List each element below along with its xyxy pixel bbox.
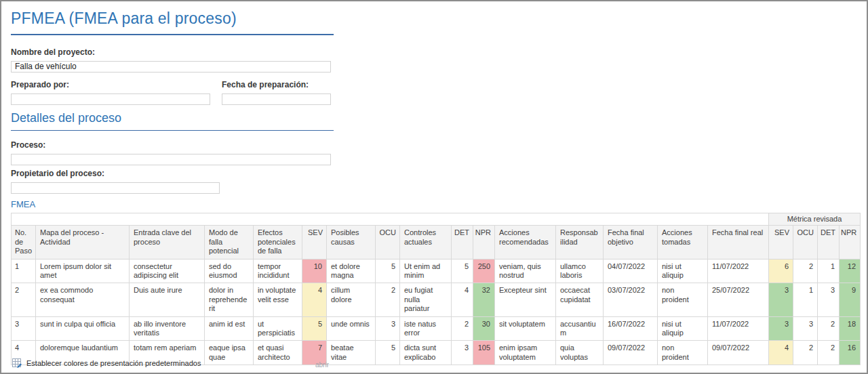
cell-det2[interactable]: 2 — [818, 341, 840, 365]
process-owner-input[interactable] — [11, 182, 220, 194]
cell-actions-taken[interactable]: non proident — [658, 283, 708, 316]
cell-real-date[interactable]: 11/07/2022 — [708, 259, 769, 283]
prepared-by-input[interactable] — [11, 94, 210, 105]
cell-no[interactable]: 3 — [12, 316, 36, 341]
cell-effects[interactable]: in voluptate velit esse — [254, 283, 302, 316]
cell-responsible[interactable]: ullamco laboris — [556, 259, 604, 283]
cell-responsible[interactable]: accusantium — [556, 316, 604, 341]
cell-ocu2[interactable]: 2 — [793, 341, 818, 365]
cell-target-date[interactable]: 09/07/2022 — [604, 341, 658, 365]
col-header-actual-date: Fecha final real — [708, 226, 769, 259]
cell-effects[interactable]: tempor incididunt — [254, 259, 302, 283]
cell-sev2[interactable]: 3 — [769, 316, 793, 341]
col-header-activity: Mapa del proceso - Actividad — [36, 226, 130, 259]
cell-activity[interactable]: ex ea commodo consequat — [36, 283, 130, 316]
cell-failure-mode[interactable]: sed do eiusmod — [205, 259, 254, 283]
table-edit-icon — [12, 358, 22, 368]
cell-causes[interactable]: cillum dolore — [327, 283, 376, 316]
process-input[interactable] — [11, 154, 331, 165]
cell-sev[interactable]: 5 — [302, 316, 327, 341]
col-header-sev: SEV — [302, 226, 327, 259]
cell-npr2[interactable]: 16 — [840, 341, 861, 365]
cell-failure-mode[interactable]: dolor in reprehenderit — [205, 283, 254, 316]
cell-npr[interactable]: 30 — [473, 316, 495, 341]
col-header-npr: NPR — [473, 226, 495, 259]
col-header-det: DET — [452, 226, 473, 259]
cell-key-input[interactable]: consectetur adipiscing elit — [130, 259, 205, 283]
cell-target-date[interactable]: 16/07/2022 — [604, 316, 658, 341]
cell-actions-taken[interactable]: nisi ut aliquip — [658, 316, 708, 341]
cell-responsible[interactable]: occaecat cupidatat — [556, 283, 604, 316]
cell-sev2[interactable]: 3 — [769, 283, 793, 316]
project-name-input[interactable] — [11, 61, 331, 72]
cell-failure-mode[interactable]: eaque ipsa quae — [205, 341, 254, 365]
cell-sev[interactable]: 10 — [302, 259, 327, 283]
cell-actions[interactable]: sit voluptatem — [495, 316, 556, 341]
cell-failure-mode[interactable]: anim id est — [205, 316, 254, 341]
col-header-step-no: No. de Paso — [12, 226, 36, 259]
cell-ocu[interactable]: 5 — [376, 259, 400, 283]
fmea-table: Métrica revisada No. de Paso Mapa del pr… — [11, 213, 861, 365]
open-link[interactable]: abrir — [315, 361, 329, 369]
cell-ocu2[interactable]: 1 — [793, 283, 818, 316]
cell-det[interactable]: 2 — [452, 316, 473, 341]
group-header-row: Métrica revisada — [12, 213, 861, 226]
cell-det2[interactable]: 3 — [818, 283, 840, 316]
cell-activity[interactable]: Lorem ipsum dolor sit amet — [36, 259, 130, 283]
cell-key-input[interactable]: ab illo inventore veritatis — [130, 316, 205, 341]
cell-key-input[interactable]: Duis aute irure — [130, 283, 205, 316]
col-header-recommended-actions: Acciones recomendadas — [495, 226, 556, 259]
col-header-target-date: Fecha final objetivo — [604, 226, 658, 259]
cell-causes[interactable]: et dolore magna — [327, 259, 376, 283]
cell-det2[interactable]: 2 — [818, 316, 840, 341]
prep-date-input[interactable] — [222, 94, 331, 105]
col-header-revised-npr: NPR — [840, 226, 861, 259]
cell-causes[interactable]: beatae vitae — [327, 341, 376, 365]
set-default-colors-button[interactable]: Establecer colores de presentación prede… — [12, 358, 201, 368]
cell-npr2[interactable]: 12 — [840, 259, 861, 283]
cell-npr2[interactable]: 9 — [840, 283, 861, 316]
table-row: 3sunt in culpa qui officiaab illo invent… — [12, 316, 861, 341]
cell-actions[interactable]: veniam, quis nostrud — [495, 259, 556, 283]
cell-npr[interactable]: 32 — [473, 283, 495, 316]
cell-real-date[interactable]: 11/07/2022 — [708, 316, 769, 341]
cell-npr[interactable]: 250 — [473, 259, 495, 283]
cell-ocu2[interactable]: 2 — [793, 259, 818, 283]
cell-ocu2[interactable]: 3 — [793, 316, 818, 341]
cell-sev[interactable]: 4 — [302, 283, 327, 316]
cell-npr2[interactable]: 18 — [840, 316, 861, 341]
cell-actions[interactable]: enim ipsam voluptatem — [495, 341, 556, 365]
cell-det2[interactable]: 1 — [818, 259, 840, 283]
cell-effects[interactable]: ut perspiciatis — [254, 316, 302, 341]
col-header-revised-det: DET — [818, 226, 840, 259]
cell-controls[interactable]: iste natus error — [400, 316, 452, 341]
cell-det[interactable]: 4 — [452, 283, 473, 316]
cell-det[interactable]: 5 — [452, 259, 473, 283]
cell-no[interactable]: 2 — [12, 283, 36, 316]
table-row: 1Lorem ipsum dolor sit ametconsectetur a… — [12, 259, 861, 283]
cell-ocu[interactable]: 3 — [376, 316, 400, 341]
fmea-table-container: Métrica revisada No. de Paso Mapa del pr… — [11, 213, 860, 365]
cell-responsible[interactable]: quia voluptas — [556, 341, 604, 365]
project-name-label: Nombre del proyecto: — [11, 47, 331, 57]
cell-effects[interactable]: et quasi architecto — [254, 341, 302, 365]
cell-no[interactable]: 1 — [12, 259, 36, 283]
cell-sev2[interactable]: 4 — [769, 341, 793, 365]
cell-det[interactable]: 3 — [452, 341, 473, 365]
cell-sev2[interactable]: 6 — [769, 259, 793, 283]
cell-target-date[interactable]: 04/07/2022 — [604, 259, 658, 283]
cell-real-date[interactable]: 25/07/2022 — [708, 283, 769, 316]
cell-real-date[interactable]: 09/07/2022 — [708, 341, 769, 365]
cell-npr[interactable]: 105 — [473, 341, 495, 365]
cell-actions-taken[interactable]: non proident — [658, 341, 708, 365]
cell-controls[interactable]: Ut enim ad minim — [400, 259, 452, 283]
cell-actions-taken[interactable]: nisi ut aliquip — [658, 259, 708, 283]
cell-controls[interactable]: eu fugiat nulla pariatur — [400, 283, 452, 316]
cell-target-date[interactable]: 03/07/2022 — [604, 283, 658, 316]
cell-controls[interactable]: dicta sunt explicabo — [400, 341, 452, 365]
cell-activity[interactable]: sunt in culpa qui officia — [36, 316, 130, 341]
cell-causes[interactable]: unde omnis — [327, 316, 376, 341]
cell-ocu[interactable]: 2 — [376, 283, 400, 316]
cell-ocu[interactable]: 5 — [376, 341, 400, 365]
cell-actions[interactable]: Excepteur sint — [495, 283, 556, 316]
